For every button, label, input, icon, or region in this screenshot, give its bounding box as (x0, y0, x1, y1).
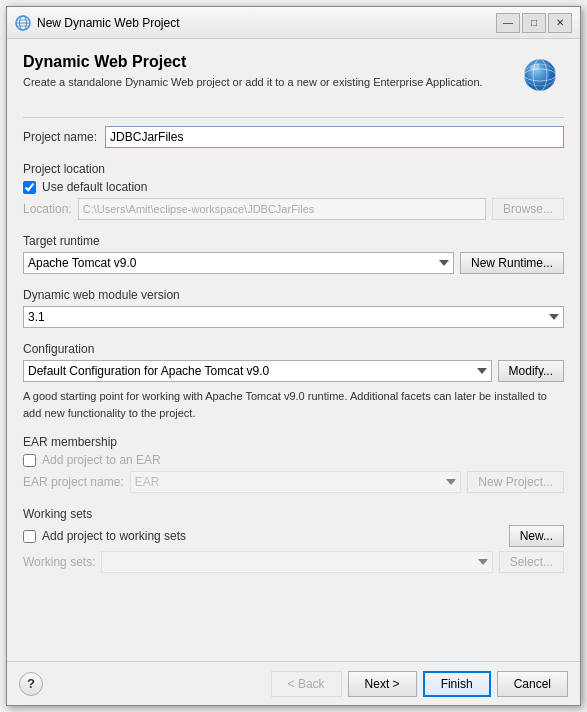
new-working-set-button[interactable]: New... (509, 525, 564, 547)
dialog-window: New Dynamic Web Project — □ ✕ Dynamic We… (6, 6, 581, 706)
add-to-ear-label[interactable]: Add project to an EAR (42, 453, 161, 467)
header-icon (516, 53, 564, 101)
cancel-button[interactable]: Cancel (497, 671, 568, 697)
location-row: Location: Browse... (23, 198, 564, 220)
window-icon (15, 15, 31, 31)
back-button[interactable]: < Back (271, 671, 342, 697)
project-name-label: Project name: (23, 130, 97, 144)
location-input (78, 198, 486, 220)
page-title: Dynamic Web Project (23, 53, 506, 71)
add-to-working-sets-checkbox[interactable] (23, 530, 36, 543)
new-project-button: New Project... (467, 471, 564, 493)
page-header: Dynamic Web Project Create a standalone … (23, 53, 564, 101)
finish-button[interactable]: Finish (423, 671, 491, 697)
ear-membership-section: EAR membership (23, 435, 564, 449)
working-sets-select-row: Working sets: Select... (23, 551, 564, 573)
use-default-location-checkbox[interactable] (23, 181, 36, 194)
browse-button[interactable]: Browse... (492, 198, 564, 220)
target-runtime-section: Target runtime (23, 234, 564, 248)
header-text: Dynamic Web Project Create a standalone … (23, 53, 506, 90)
window-controls: — □ ✕ (496, 13, 572, 33)
close-button[interactable]: ✕ (548, 13, 572, 33)
next-button[interactable]: Next > (348, 671, 417, 697)
configuration-section: Configuration (23, 342, 564, 356)
web-module-section: Dynamic web module version (23, 288, 564, 302)
add-to-ear-row: Add project to an EAR (23, 453, 564, 467)
web-module-row: 3.1 (23, 306, 564, 328)
configuration-info: A good starting point for working with A… (23, 388, 564, 421)
working-sets-label: Working sets: (23, 555, 95, 569)
window-title: New Dynamic Web Project (37, 16, 180, 30)
working-sets-select (101, 551, 492, 573)
location-label: Location: (23, 202, 72, 216)
dialog-footer: ? < Back Next > Finish Cancel (7, 661, 580, 705)
select-working-sets-button: Select... (499, 551, 564, 573)
configuration-row: Default Configuration for Apache Tomcat … (23, 360, 564, 382)
web-module-version-select[interactable]: 3.1 (23, 306, 564, 328)
ear-name-row: EAR project name: EAR New Project... (23, 471, 564, 493)
ear-project-name-select: EAR (130, 471, 462, 493)
new-runtime-button[interactable]: New Runtime... (460, 252, 564, 274)
title-bar: New Dynamic Web Project — □ ✕ (7, 7, 580, 39)
target-runtime-select[interactable]: Apache Tomcat v9.0 (23, 252, 454, 274)
project-name-row: Project name: (23, 126, 564, 148)
dialog-content: Dynamic Web Project Create a standalone … (7, 39, 580, 661)
working-sets-section: Working sets (23, 507, 564, 521)
modify-button[interactable]: Modify... (498, 360, 564, 382)
help-button[interactable]: ? (19, 672, 43, 696)
project-name-input[interactable] (105, 126, 564, 148)
add-to-working-sets-row: Add project to working sets (23, 529, 186, 543)
header-divider (23, 117, 564, 118)
footer-buttons: < Back Next > Finish Cancel (271, 671, 568, 697)
minimize-button[interactable]: — (496, 13, 520, 33)
use-default-location-row: Use default location (23, 180, 564, 194)
project-location-section: Project location (23, 162, 564, 176)
configuration-select[interactable]: Default Configuration for Apache Tomcat … (23, 360, 492, 382)
title-bar-left: New Dynamic Web Project (15, 15, 180, 31)
add-to-ear-checkbox[interactable] (23, 454, 36, 467)
footer-left: ? (19, 672, 43, 696)
maximize-button[interactable]: □ (522, 13, 546, 33)
ear-project-name-label: EAR project name: (23, 475, 124, 489)
page-subtitle: Create a standalone Dynamic Web project … (23, 75, 506, 90)
add-to-working-sets-label[interactable]: Add project to working sets (42, 529, 186, 543)
target-runtime-row: Apache Tomcat v9.0 New Runtime... (23, 252, 564, 274)
use-default-location-label[interactable]: Use default location (42, 180, 147, 194)
